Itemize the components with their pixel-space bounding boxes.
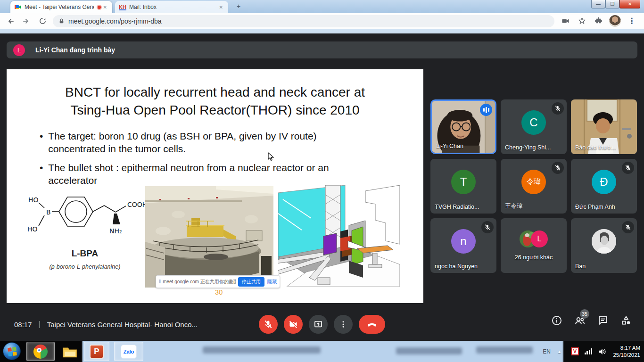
participant-tile-you[interactable]: Bạn [571, 218, 637, 273]
browser-tab-strip: Meet - Taipei Veterans Gener ✕ KH Mail: … [0, 0, 644, 13]
lock-icon [58, 18, 65, 25]
participant-tile-duc-pham-anh[interactable]: Đ Đức Phạm Anh [571, 159, 637, 214]
presenting-banner-text: Li-Yi Chan đang trình bày [35, 46, 115, 54]
svg-text:NH₂: NH₂ [109, 227, 122, 235]
new-tab-button[interactable]: + [233, 3, 244, 10]
page-top-strip [0, 29, 644, 33]
clock-date: 25/10/2021 [613, 352, 640, 359]
tab-meet[interactable]: Meet - Taipei Veterans Gener ✕ [10, 1, 112, 13]
taskbar-explorer-button[interactable] [58, 342, 81, 361]
restore-button[interactable]: ❐ [605, 0, 619, 8]
start-button[interactable] [3, 342, 21, 360]
camera-toggle-button[interactable] [284, 315, 303, 334]
participant-avatar: C [521, 110, 546, 135]
participant-name: Li-Yi Chan [436, 143, 463, 149]
extensions-icon[interactable] [593, 16, 604, 27]
tab-media-indicator-icon[interactable] [560, 16, 571, 27]
meet-panel-buttons: 35 [551, 315, 632, 326]
participants-button[interactable]: 35 [574, 315, 586, 326]
screen-share-notification: ‖ meet.google.com 正在共用你的畫面。 停止共用 隱藏 [156, 275, 280, 288]
bookmark-star-icon[interactable] [576, 16, 587, 27]
present-screen-button[interactable] [309, 315, 328, 334]
stop-sharing-button: 停止共用 [238, 277, 264, 287]
svg-text:B: B [46, 208, 51, 216]
tab-title: Mail: Inbox [129, 4, 215, 10]
mic-muted-icon [481, 221, 494, 233]
windows-logo-icon [8, 347, 17, 356]
share-text: meet.google.com 正在共用你的畫面。 [163, 279, 236, 285]
taskbar-chrome-button[interactable] [26, 342, 55, 361]
svg-text:HO: HO [27, 225, 38, 233]
forward-button[interactable] [21, 16, 32, 27]
close-button[interactable]: ✕ [619, 0, 640, 8]
lbpa-structure-diagram: HO HO B COOH NH₂ [17, 182, 154, 246]
browser-toolbar: meet.google.com/pos-rjmm-dba ⋮ [0, 13, 644, 29]
taskbar-zalo-button[interactable]: Zalo [114, 342, 143, 361]
minimize-button[interactable]: — [591, 0, 605, 8]
molecule-subname: (p-borono-L-phenylalanine) [19, 263, 151, 270]
participant-avatar: T [451, 170, 476, 194]
call-controls [0, 315, 644, 334]
participant-tile-cheng-ying[interactable]: C Cheng-Ying Shi... [501, 99, 567, 154]
participant-name: 26 người khác [501, 254, 567, 261]
tray-overflow-arrow[interactable]: ▲ [557, 349, 561, 354]
participant-avatar: 令瑋 [521, 170, 546, 194]
overflow-avatar-initial: L [531, 230, 548, 247]
reload-button[interactable] [37, 16, 48, 27]
meeting-details-button[interactable] [551, 315, 562, 326]
slide-page-number: 30 [195, 288, 242, 296]
language-indicator[interactable]: EN [543, 348, 551, 355]
volume-icon[interactable] [598, 348, 606, 355]
participant-avatar-photo [592, 229, 616, 254]
participant-name: Bạn [575, 263, 586, 270]
slide-title-line2: Tsing-Hua Open Pool Reactor(THOR) since … [26, 101, 404, 119]
participant-tile-li-yi-chan[interactable]: Li-Yi Chan [430, 99, 496, 154]
svg-text:HO: HO [28, 196, 39, 204]
address-bar[interactable]: meet.google.com/pos-rjmm-dba [53, 15, 554, 27]
presenting-banner: L Li-Yi Chan đang trình bày [7, 41, 637, 58]
browser-profile-avatar[interactable] [609, 15, 621, 27]
url-text: meet.google.com/pos-rjmm-dba [68, 17, 162, 25]
tab-close-icon[interactable]: ✕ [102, 5, 108, 10]
browser-menu-button[interactable]: ⋮ [626, 16, 637, 27]
network-signal-icon[interactable] [585, 348, 593, 354]
participant-tile-wang-ling-wei[interactable]: 令瑋 王令瑋 [501, 159, 567, 214]
mic-muted-icon [622, 162, 634, 174]
participant-tile-tvgh-radiation[interactable]: T TVGH Radiatio... [430, 159, 496, 214]
folder-icon [62, 346, 77, 358]
taskbar-glass-reflection [203, 346, 321, 354]
participant-tile-ngoc-ha-nguyen[interactable]: n ngoc ha Nguyen [430, 218, 496, 273]
leave-call-button[interactable] [359, 315, 385, 334]
presented-slide: BNCT for locally recurrent head and neck… [7, 69, 423, 303]
participant-tile-others-overflow[interactable]: L 26 người khác [501, 218, 567, 273]
unikey-icon[interactable]: V [571, 347, 579, 355]
participant-name: Đức Phạm Anh [575, 204, 615, 210]
meet-main-area: L Li-Yi Chan đang trình bày BNCT for loc… [0, 33, 644, 341]
participant-tile-bao-cao[interactable]: Báo cáo thườ... [571, 99, 637, 154]
taskbar-clock[interactable]: 8:17 AM 25/10/2021 [613, 345, 640, 359]
presenter-avatar: L [13, 44, 25, 56]
participant-name: 王令瑋 [505, 202, 523, 210]
taskbar-glass-reflection [396, 347, 462, 354]
meet-favicon [14, 3, 22, 11]
chrome-icon [33, 345, 48, 359]
taskbar-powerpoint-button[interactable]: P [84, 342, 109, 361]
zalo-icon: Zalo [121, 345, 137, 359]
more-options-button[interactable] [334, 315, 353, 334]
activities-button[interactable] [620, 315, 632, 326]
tab-close-icon[interactable]: ✕ [218, 5, 224, 10]
svg-text:COOH: COOH [127, 201, 147, 208]
hide-share-bar-link: 隱藏 [267, 279, 277, 285]
mic-muted-icon [552, 162, 564, 174]
tab-mail[interactable]: KH Mail: Inbox ✕ [115, 1, 228, 13]
participant-grid: Li-Yi Chan C Cheng-Ying Shi... [430, 99, 637, 273]
mic-toggle-button[interactable] [259, 315, 278, 334]
mic-muted-icon [552, 102, 564, 115]
slide-title-line1: BNCT for locally recurrent head and neck… [26, 83, 404, 101]
chat-button[interactable] [597, 315, 609, 326]
presenter-mouse-cursor [268, 152, 274, 161]
slide-bullet: The target: boron 10 drug (as BSH or BPA… [40, 130, 374, 155]
slide-title: BNCT for locally recurrent head and neck… [26, 83, 404, 119]
participant-name: ngoc ha Nguyen [435, 263, 478, 270]
back-button[interactable] [5, 16, 16, 27]
